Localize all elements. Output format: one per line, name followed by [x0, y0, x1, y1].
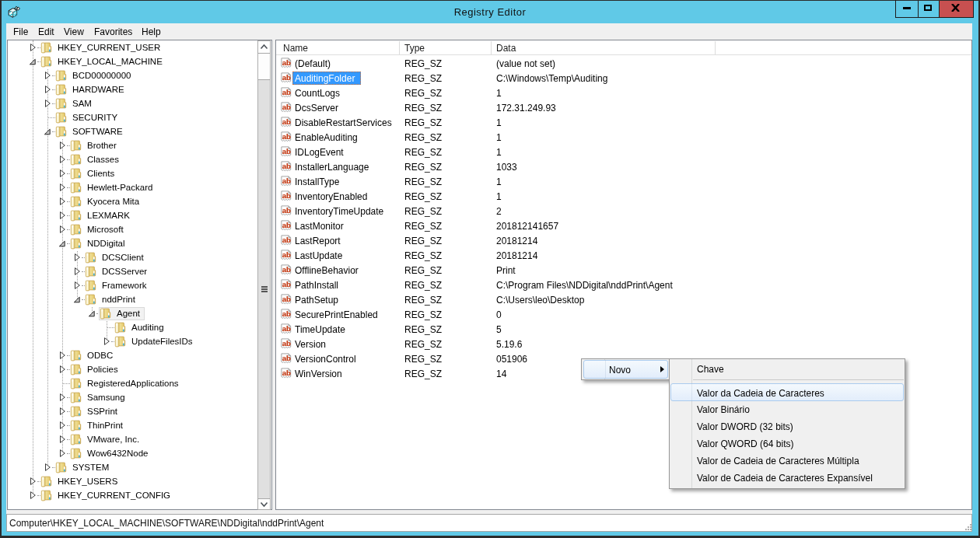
svg-text:ab: ab [282, 265, 291, 274]
svg-text:ab: ab [282, 58, 291, 67]
svg-text:ab: ab [282, 206, 291, 215]
svg-text:ab: ab [282, 339, 291, 348]
svg-text:ab: ab [282, 162, 291, 170]
svg-text:ab: ab [282, 221, 291, 229]
svg-text:ab: ab [282, 117, 291, 126]
svg-text:ab: ab [282, 295, 291, 303]
svg-text:ab: ab [282, 88, 291, 96]
svg-text:ab: ab [282, 236, 291, 244]
svg-text:ab: ab [282, 324, 291, 333]
svg-text:ab: ab [282, 147, 291, 155]
svg-text:ab: ab [282, 176, 291, 185]
svg-text:ab: ab [282, 354, 291, 362]
svg-text:ab: ab [282, 250, 291, 259]
svg-text:ab: ab [282, 132, 291, 141]
svg-text:ab: ab [282, 103, 291, 111]
svg-text:ab: ab [282, 309, 291, 318]
svg-text:ab: ab [282, 280, 291, 288]
svg-text:ab: ab [282, 369, 291, 377]
svg-text:ab: ab [282, 191, 291, 200]
svg-text:ab: ab [282, 73, 291, 82]
